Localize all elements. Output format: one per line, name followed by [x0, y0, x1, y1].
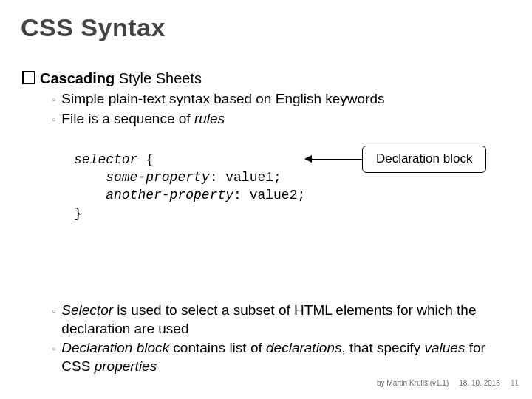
code-l2a: some-property — [74, 170, 210, 185]
code-l1a: selector — [74, 152, 137, 167]
code-l3: another-property: value2; — [74, 188, 305, 202]
bullet-3: ◦ Selector is used to select a subset of… — [52, 301, 517, 338]
slide: CSS Syntax Cascading Style Sheets ◦ Simp… — [0, 0, 532, 399]
bullet-4d: , that specify — [341, 340, 424, 355]
bullet-1: ◦ Simple plain-text syntax based on Engl… — [52, 90, 517, 109]
callout-box: Declaration block — [362, 146, 486, 173]
square-bullet-icon — [22, 71, 35, 84]
footer: by Martin Kruliš (v1.1) 18. 10. 2018 11 — [377, 379, 519, 387]
bullet-2-text: File is a sequence of rules — [61, 110, 225, 129]
callout-connector — [310, 159, 362, 160]
bullet-4-text: Declaration block contains list of decla… — [61, 339, 517, 375]
code-l1: selector { — [74, 152, 154, 167]
bullet-4c: declarations — [266, 340, 341, 355]
code-l2b: : value1; — [210, 170, 282, 185]
code-l1b: { — [137, 152, 154, 167]
footer-author: by Martin Kruliš (v1.1) — [377, 379, 449, 387]
page-number: 11 — [511, 379, 519, 387]
code-l4: } — [74, 206, 82, 221]
ring-bullet-icon: ◦ — [52, 92, 55, 107]
bullet-4: ◦ Declaration block contains list of dec… — [52, 339, 517, 375]
bullet-4g: properties — [95, 358, 157, 374]
bullet-2: ◦ File is a sequence of rules — [52, 110, 517, 129]
bullet-1-text: Simple plain-text syntax based on Englis… — [61, 90, 384, 109]
bullet-3b: is used to select a subset of HTML eleme… — [61, 302, 476, 336]
bullet-3-text: Selector is used to select a subset of H… — [61, 301, 517, 338]
bullet-4b: contains list of — [169, 340, 266, 355]
callout-text: Declaration block — [376, 151, 472, 166]
ring-bullet-icon: ◦ — [52, 112, 55, 127]
slide-title: CSS Syntax — [21, 13, 166, 42]
arrow-left-icon — [304, 155, 312, 163]
bullet-2-a: File is a sequence of — [61, 111, 194, 126]
heading-rest: Style Sheets — [115, 70, 202, 86]
bullet-2-b: rules — [194, 111, 225, 126]
code-l3b: : value2; — [233, 188, 305, 202]
code-l3a: another-property — [74, 188, 233, 202]
heading-text: Cascading Style Sheets — [40, 70, 202, 87]
heading-lead: Cascading — [40, 70, 115, 86]
heading-line: Cascading Style Sheets — [22, 70, 517, 87]
slide-body: Cascading Style Sheets ◦ Simple plain-te… — [22, 70, 517, 376]
ring-bullet-icon: ◦ — [52, 304, 55, 318]
code-l2: some-property: value1; — [74, 170, 282, 185]
footer-date: 18. 10. 2018 — [459, 379, 500, 387]
code-block: selector { some-property: value1; anothe… — [74, 132, 517, 294]
bullet-4e: values — [424, 340, 465, 355]
bullet-4a: Declaration block — [61, 340, 169, 355]
bullet-3a: Selector — [61, 302, 113, 318]
ring-bullet-icon: ◦ — [52, 341, 55, 356]
